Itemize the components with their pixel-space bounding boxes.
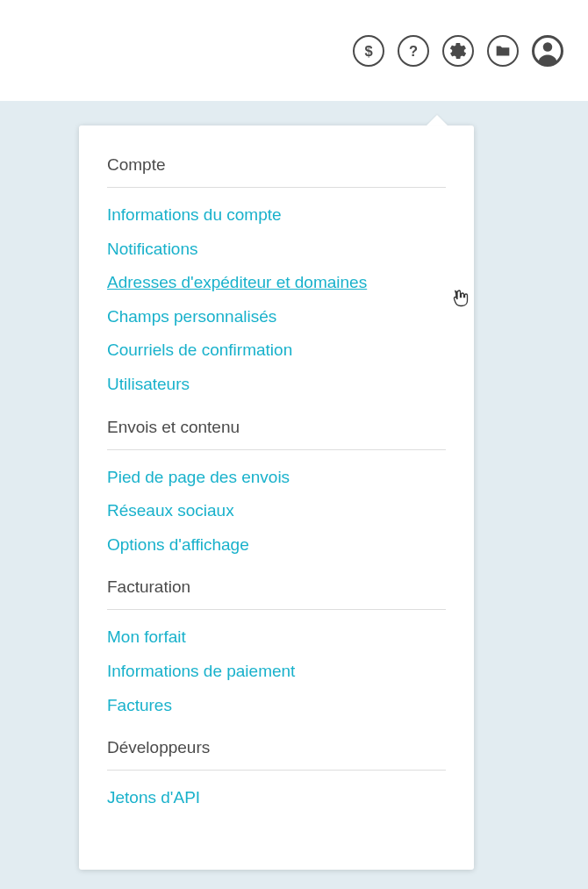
section-title: Envois et contenu bbox=[107, 418, 446, 450]
menu-link-utilisateurs[interactable]: Utilisateurs bbox=[107, 373, 446, 397]
settings-icon-button[interactable] bbox=[442, 35, 474, 67]
dollar-icon: $ bbox=[359, 41, 378, 61]
menu-link-courriels-confirmation[interactable]: Courriels de confirmation bbox=[107, 339, 446, 362]
section-title: Facturation bbox=[107, 577, 446, 610]
menu-link-informations-compte[interactable]: Informations du compte bbox=[107, 204, 446, 227]
menu-section-envois: Envois et contenu Pied de page des envoi… bbox=[107, 418, 446, 557]
menu-link-reseaux-sociaux[interactable]: Réseaux sociaux bbox=[107, 499, 446, 523]
menu-link-adresses-expediteur[interactable]: Adresses d'expéditeur et domaines bbox=[107, 271, 446, 295]
settings-dropdown-menu: Compte Informations du compte Notificati… bbox=[79, 125, 474, 870]
menu-link-jetons-api[interactable]: Jetons d'API bbox=[107, 786, 446, 810]
folder-icon bbox=[493, 41, 513, 61]
menu-link-mon-forfait[interactable]: Mon forfait bbox=[107, 626, 446, 649]
folder-icon-button[interactable] bbox=[487, 35, 519, 67]
menu-link-pied-de-page[interactable]: Pied de page des envois bbox=[107, 466, 446, 490]
gear-icon bbox=[448, 41, 468, 61]
top-nav-bar: $ ? bbox=[0, 0, 588, 101]
menu-section-compte: Compte Informations du compte Notificati… bbox=[107, 155, 446, 397]
content-area: Compte Informations du compte Notificati… bbox=[0, 101, 588, 889]
section-title: Compte bbox=[107, 155, 446, 188]
menu-section-developpeurs: Développeurs Jetons d'API bbox=[107, 738, 446, 810]
svg-text:$: $ bbox=[364, 42, 372, 58]
cursor-icon bbox=[451, 289, 469, 313]
svg-point-3 bbox=[543, 42, 553, 52]
avatar-icon bbox=[532, 34, 563, 68]
menu-link-options-affichage[interactable]: Options d'affichage bbox=[107, 534, 446, 557]
billing-icon-button[interactable]: $ bbox=[353, 35, 384, 67]
menu-link-factures[interactable]: Factures bbox=[107, 694, 446, 718]
section-title: Développeurs bbox=[107, 738, 446, 771]
menu-link-informations-paiement[interactable]: Informations de paiement bbox=[107, 660, 446, 684]
menu-link-notifications[interactable]: Notifications bbox=[107, 238, 446, 262]
help-icon: ? bbox=[404, 41, 423, 61]
menu-section-facturation: Facturation Mon forfait Informations de … bbox=[107, 577, 446, 717]
avatar-icon-button[interactable] bbox=[532, 35, 563, 67]
menu-link-champs-personnalises[interactable]: Champs personnalisés bbox=[107, 305, 446, 329]
help-icon-button[interactable]: ? bbox=[398, 35, 429, 67]
svg-text:?: ? bbox=[409, 42, 418, 58]
